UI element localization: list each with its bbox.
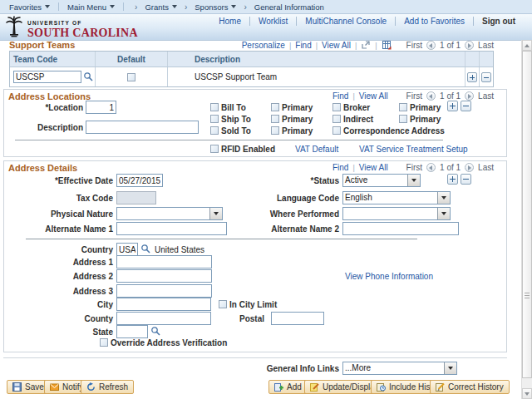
breadcrumb-current-page: General Information [254,2,324,12]
scroll-up-arrow-icon[interactable] [522,40,532,51]
location-description-input[interactable] [86,121,199,134]
scrollbar-thumb[interactable] [522,51,532,378]
default-checkbox[interactable] [127,73,135,81]
next-row-button[interactable] [465,163,474,172]
ship-to-checkbox[interactable] [210,115,219,123]
general-info-links-dropdown[interactable]: ...More [342,362,457,375]
view-phone-information-link[interactable]: View Phone Information [345,272,433,281]
delete-row-button[interactable] [481,72,491,82]
country-input[interactable] [116,243,138,256]
previous-row-button[interactable] [426,91,436,101]
breadcrumb-separator-icon [135,2,137,12]
correspondence-address-label: Correspondence Address [343,126,445,135]
breadcrumb-divider [123,2,124,11]
previous-row-button[interactable] [426,41,436,50]
vertical-scrollbar[interactable] [521,40,532,399]
view-all-link[interactable]: View All [322,41,351,50]
scroll-down-arrow-icon[interactable] [522,388,532,399]
broker-checkbox[interactable] [332,103,341,111]
indirect-checkbox[interactable] [332,115,341,123]
correspondence-address-checkbox[interactable] [332,126,341,135]
peoplesoft-general-information-page: Favorites Main Menu Grants Sponsors Gene… [0,0,532,399]
add-button[interactable]: Add [268,380,308,394]
location-input[interactable] [86,101,116,114]
bill-to-checkbox[interactable] [210,103,219,111]
find-link[interactable]: Find [332,163,348,172]
indirect-primary-checkbox[interactable] [399,115,407,123]
add-row-button[interactable] [467,72,477,82]
next-row-button[interactable] [465,41,474,50]
dropdown-arrow-icon[interactable] [407,175,420,186]
country-lookup-icon[interactable] [140,244,151,254]
rfid-enabled-checkbox[interactable] [210,145,219,153]
download-icon[interactable] [382,40,392,50]
city-input[interactable] [116,298,211,311]
scrollbar-grip [525,293,530,299]
breadcrumb-main-menu[interactable]: Main Menu [67,2,115,12]
ship-to-primary-checkbox[interactable] [271,115,279,123]
breadcrumb-current-label: General Information [254,2,324,12]
logo-line2: SOUTH CAROLINA [27,27,138,39]
address3-label: Address 3 [8,287,113,296]
city-label: City [8,300,113,309]
dropdown-arrow-icon[interactable] [444,362,456,374]
status-dropdown[interactable]: Active [342,174,421,187]
address2-input[interactable] [116,269,212,283]
next-row-button[interactable] [465,91,474,101]
alternate-name2-input[interactable] [342,222,459,235]
sold-to-checkbox[interactable] [210,126,219,135]
broker-primary-checkbox[interactable] [399,103,407,111]
previous-row-button[interactable] [426,163,436,172]
dropdown-arrow-icon[interactable] [437,208,450,219]
ship-to-primary-label: Primary [282,115,313,124]
bill-to-primary-checkbox[interactable] [271,103,279,111]
view-all-link[interactable]: View All [359,91,388,101]
postal-input[interactable] [271,312,324,325]
address3-input[interactable] [116,284,212,298]
state-input[interactable] [116,325,148,338]
sold-to-primary-checkbox[interactable] [271,126,279,135]
vat-default-link[interactable]: VAT Default [295,145,338,154]
usc-logo: UNIVERSITY OF SOUTH CAROLINA [5,16,138,39]
chevron-down-icon [110,5,115,8]
add-location-button[interactable] [447,101,458,111]
where-performed-dropdown[interactable] [342,207,451,220]
find-link[interactable]: Find [295,41,311,50]
team-code-input[interactable] [13,71,81,83]
state-lookup-icon[interactable] [150,326,161,337]
address-details-box [3,160,507,352]
view-all-link[interactable]: View All [359,163,388,172]
team-code-lookup-icon[interactable] [83,71,94,82]
delete-location-button[interactable] [461,101,471,111]
county-input[interactable] [116,312,211,325]
rfid-enabled-label: RFID Enabled [221,145,275,154]
team-description: USCSP Support Team [195,72,277,81]
indirect-label: Indirect [343,115,373,124]
effective-date-input[interactable] [116,174,163,187]
sign-out-link[interactable]: Sign out [474,17,524,26]
breadcrumb-grants[interactable]: Grants [145,2,177,12]
refresh-button[interactable]: Refresh [81,380,134,394]
alternate-name1-input[interactable] [116,222,227,235]
in-city-limit-checkbox[interactable] [219,300,227,308]
worklist-link[interactable]: Worklist [250,17,297,26]
correct-history-button[interactable]: Correct History [430,380,510,394]
breadcrumb-sponsors[interactable]: Sponsors [195,2,236,12]
home-link[interactable]: Home [210,17,250,26]
add-address-row-button[interactable] [447,174,458,185]
physical-nature-dropdown[interactable] [116,207,223,220]
vat-service-treatment-setup-link[interactable]: VAT Service Treatment Setup [359,145,468,154]
chevron-down-icon [45,5,50,8]
language-code-dropdown[interactable]: English [342,191,451,204]
override-address-verification-checkbox[interactable] [100,338,108,347]
multichannel-console-link[interactable]: MultiChannel Console [297,17,396,26]
address1-input[interactable] [116,255,212,268]
add-to-favorites-link[interactable]: Add to Favorites [396,17,474,26]
dropdown-arrow-icon[interactable] [437,192,450,204]
breadcrumb-favorites[interactable]: Favorites [9,2,50,12]
physical-nature-value [117,208,209,219]
personalize-link[interactable]: Personalize [242,41,285,50]
find-link[interactable]: Find [332,91,348,101]
delete-address-row-button[interactable] [461,174,471,185]
zoom-grid-icon[interactable] [361,40,371,50]
